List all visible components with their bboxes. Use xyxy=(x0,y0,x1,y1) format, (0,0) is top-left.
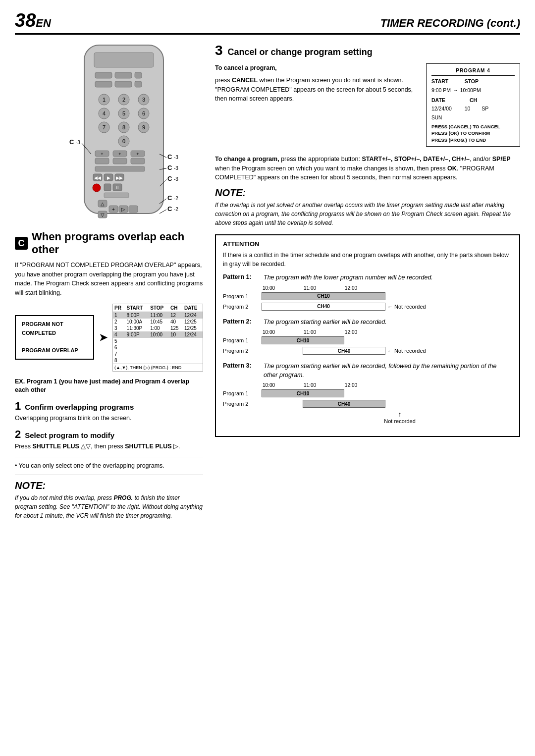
svg-text:+: + xyxy=(101,152,103,157)
table-row: 1 8:00P 11:00 12 12/24 xyxy=(113,312,203,319)
step-1: 1 Confirm overlapping programs Overlappi… xyxy=(15,401,203,423)
svg-rect-45 xyxy=(104,184,111,191)
svg-text:+: + xyxy=(118,152,121,157)
col-pr: PR xyxy=(113,304,125,312)
p1-prog2-bar: CH40 xyxy=(262,303,385,311)
step-2-title: Select program to modify xyxy=(25,431,114,439)
note-title: NOTE: xyxy=(15,480,203,491)
left-column: 1 2 3 4 5 6 7 8 9 xyxy=(15,43,203,525)
cancel-area: To cancel a program, press CANCEL when t… xyxy=(215,63,520,147)
remote-svg: 1 2 3 4 5 6 7 8 9 xyxy=(54,43,193,221)
svg-rect-34 xyxy=(95,158,109,164)
program4-instruction: PRESS (CANCEL) TO CANCEL PRESS (OK) TO C… xyxy=(431,123,515,143)
not-recorded-label: Not recorded xyxy=(384,418,416,424)
pattern-2-label: Pattern 2: xyxy=(223,318,258,327)
svg-text:-3: -3 xyxy=(174,176,178,182)
svg-rect-1 xyxy=(94,53,154,67)
table-footer: (▲,▼), THEN (▷) (PROG.) : END xyxy=(113,364,203,371)
pattern-3-prog1-row: Program 1 CH10 xyxy=(223,389,512,398)
svg-rect-5 xyxy=(95,81,112,87)
svg-text:-3: -3 xyxy=(174,165,178,171)
table-row: 6 xyxy=(113,344,203,351)
svg-rect-4 xyxy=(135,72,142,78)
p2-not-recorded: ← Not recorded xyxy=(387,348,426,354)
pattern-1-prog1-row: Program 1 CH10 xyxy=(223,292,512,301)
example-text: EX. Program 1 (you have just made) and P… xyxy=(15,378,203,395)
pattern-1-time-labels: 10:00 11:00 12:00 xyxy=(223,285,512,291)
pattern-3: Pattern 3: The program starting earlier … xyxy=(223,362,512,424)
svg-text:C: C xyxy=(167,194,172,202)
program-table: PR START STOP CH DATE 1 8:00P 11 xyxy=(112,304,203,372)
section-3-heading: 3 Cancel or change program setting xyxy=(215,43,520,58)
table-row: 2 10:00A 10:45 40 12/25 xyxy=(113,319,203,325)
pattern-3-not-recorded: ↑ Not recorded xyxy=(223,410,512,424)
pattern-2-time-labels: 10:00 11:00 12:00 xyxy=(223,329,512,335)
right-column: 3 Cancel or change program setting To ca… xyxy=(215,43,520,525)
date-label: DATE xyxy=(431,97,445,105)
table-row: 8 xyxy=(113,357,203,364)
page-header: 38EN TIMER RECORDING (cont.) xyxy=(15,10,520,35)
svg-text:3: 3 xyxy=(142,97,145,103)
svg-text:6: 6 xyxy=(142,110,145,116)
section-3-number: 3 xyxy=(215,43,223,58)
attention-box: ATTENTION If there is a conflict in the … xyxy=(215,234,520,437)
svg-text:-2: -2 xyxy=(174,196,178,201)
svg-text:C: C xyxy=(167,175,172,182)
table-row: 5 xyxy=(113,338,203,344)
svg-text:2: 2 xyxy=(122,97,125,103)
pattern-2-prog2-row: Program 2 CH40 ← Not recorded xyxy=(223,346,512,355)
step-1-number: 1 xyxy=(15,401,21,412)
note-right-body: If the overlap is not yet solved or anot… xyxy=(215,201,520,227)
pattern-3-time-labels: 10:00 11:00 12:00 xyxy=(223,382,512,388)
table-row: 7 xyxy=(113,351,203,357)
step-1-header: 1 Confirm overlapping programs xyxy=(15,401,203,412)
svg-text:▷: ▷ xyxy=(121,207,125,212)
step-2-header: 2 Select program to modify xyxy=(15,429,203,440)
svg-text:-3: -3 xyxy=(174,155,178,160)
svg-text:9: 9 xyxy=(142,124,145,130)
svg-text:5: 5 xyxy=(122,110,125,116)
section-3-title: Cancel or change program setting xyxy=(228,47,373,57)
program-not-completed-text: PROGRAM NOT COMPLETEDPROGRAM OVERLAP xyxy=(22,320,87,355)
svg-text:8: 8 xyxy=(122,124,125,130)
pattern-1-label: Pattern 1: xyxy=(223,273,258,282)
svg-text:C: C xyxy=(167,164,172,171)
pattern-1-prog2-bar-area: CH40 xyxy=(262,302,385,311)
svg-text:C: C xyxy=(167,153,172,161)
page-title: TIMER RECORDING (cont.) xyxy=(380,17,520,30)
svg-text:-2: -2 xyxy=(174,207,178,212)
cancel-heading: To cancel a program, xyxy=(215,64,277,71)
p3-prog1-bar: CH10 xyxy=(262,389,344,397)
page: 38EN TIMER RECORDING (cont.) xyxy=(0,0,535,756)
svg-rect-36 xyxy=(131,158,145,164)
svg-rect-3 xyxy=(115,72,132,78)
ch-value: 10 xyxy=(465,105,471,113)
note-right-title: NOTE: xyxy=(215,187,520,199)
pattern-3-prog2-row: Program 2 CH40 xyxy=(223,399,512,408)
pattern-1-desc: The program with the lower program numbe… xyxy=(264,273,433,282)
svg-text:▶: ▶ xyxy=(107,175,110,180)
svg-rect-48 xyxy=(104,193,129,198)
pattern-2-header: Pattern 2: The program starting earlier … xyxy=(223,318,512,327)
stop-label: STOP xyxy=(465,78,479,86)
date-value: 12/24/00 xyxy=(431,105,452,113)
pattern-1-bar-area: CH10 xyxy=(262,292,385,301)
col-stop: STOP xyxy=(149,304,169,312)
program4-title: PROGRAM 4 xyxy=(431,67,515,76)
step-1-title: Confirm overlapping programs xyxy=(25,403,134,411)
svg-text:C: C xyxy=(167,205,172,213)
pattern-1: Pattern 1: The program with the lower pr… xyxy=(223,273,512,311)
col-start: START xyxy=(125,304,149,312)
svg-rect-6 xyxy=(115,81,132,87)
svg-text:II: II xyxy=(116,185,118,190)
svg-text:7: 7 xyxy=(103,124,106,130)
svg-text:C: C xyxy=(69,138,74,146)
svg-rect-37 xyxy=(95,166,145,171)
step-2-number: 2 xyxy=(15,429,21,440)
p1-prog1-bar: CH10 xyxy=(262,292,385,300)
main-content: 1 2 3 4 5 6 7 8 9 xyxy=(15,43,520,525)
program-not-completed-box: PROGRAM NOT COMPLETEDPROGRAM OVERLAP xyxy=(15,315,94,360)
pattern-2: Pattern 2: The program starting earlier … xyxy=(223,318,512,356)
section-c-body: If "PROGRAM NOT COMPLETED PROGRAM OVERLA… xyxy=(15,261,203,298)
step-1-body: Overlapping programs blink on the screen… xyxy=(15,414,203,423)
